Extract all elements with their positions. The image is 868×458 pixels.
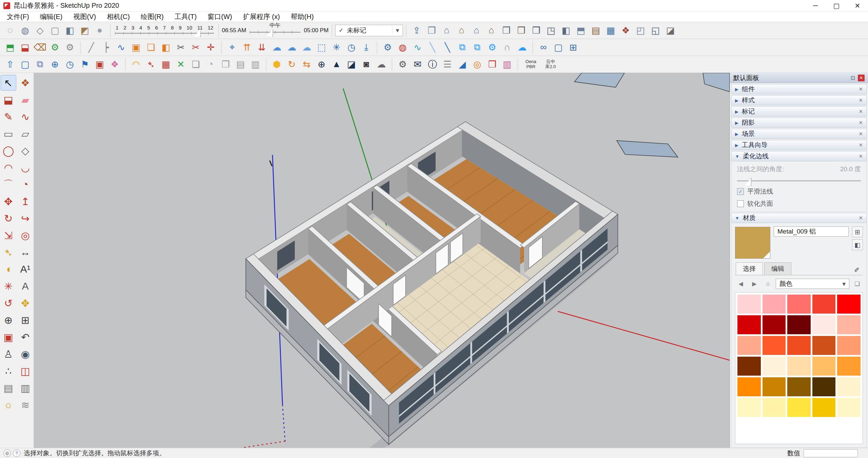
make-component-tool[interactable]: ❖	[18, 75, 33, 91]
forward-button[interactable]: ▶	[749, 279, 760, 289]
offset-tool[interactable]: ◎	[18, 227, 33, 243]
locate-icon[interactable]: ⌖	[225, 40, 239, 55]
minimize-button[interactable]: ─	[805, 0, 826, 11]
screen-icon[interactable]: ▢	[551, 40, 566, 55]
color-swatch[interactable]	[737, 398, 761, 417]
color-swatch[interactable]	[837, 315, 861, 334]
tray-section-header[interactable]: ▶ 样式 ✕	[731, 95, 867, 105]
menu-item[interactable]: 绘图(R)	[135, 12, 169, 22]
cloud-upload-icon[interactable]: ☁	[374, 57, 389, 72]
push-pull-tool[interactable]: ↥	[18, 194, 33, 209]
color-swatch[interactable]	[787, 336, 811, 355]
tape-icon[interactable]: ╱	[84, 40, 99, 55]
text-tool[interactable]: A¹	[18, 261, 33, 277]
photo-icon[interactable]: ◪	[344, 57, 359, 72]
protractor-tool[interactable]: ◖	[1, 261, 16, 277]
home-style-icon[interactable]: ⌂	[469, 23, 484, 38]
flag-icon[interactable]: ⚑	[77, 57, 92, 72]
pink-pattern-icon[interactable]: ❖	[107, 57, 122, 72]
two-point-arc-tool[interactable]: ◡	[18, 160, 33, 175]
cube-dark-icon[interactable]: ❒	[499, 23, 514, 38]
time-slider-track[interactable]: 中午	[250, 29, 301, 35]
frame-corner-icon[interactable]: ◰	[633, 23, 648, 38]
eraser-tool[interactable]: ▰	[18, 92, 33, 107]
panel-grid-icon[interactable]: ◳	[544, 23, 559, 38]
compass-icon[interactable]: ◍	[395, 40, 410, 55]
create-material-button[interactable]: ⊞	[852, 226, 863, 237]
geolocation-icon[interactable]: ◍	[3, 450, 11, 457]
pin-icon[interactable]: ⊡	[851, 75, 855, 81]
circle-tool[interactable]: ◯	[1, 143, 16, 158]
refresh-icon[interactable]: ↻	[284, 57, 299, 72]
plane-icon[interactable]: ▢	[18, 57, 33, 72]
gear-blue-icon[interactable]: ⚙	[485, 40, 500, 55]
measurement-input[interactable]	[804, 449, 858, 457]
panel-top-icon[interactable]: ⬒	[574, 23, 589, 38]
x-ray-icon[interactable]: ◌	[3, 23, 18, 38]
tray-section-header[interactable]: ▶ 标记 ✕	[731, 106, 867, 117]
color-swatch[interactable]	[837, 398, 861, 417]
color-swatch[interactable]	[812, 377, 836, 396]
scale-tool[interactable]: ⇲	[1, 227, 16, 243]
date-slider-thumb[interactable]	[200, 31, 201, 37]
close-button[interactable]: ✕	[847, 0, 868, 11]
pushpull-down-icon[interactable]: ⇊	[254, 40, 269, 55]
color-swatch[interactable]	[737, 336, 761, 355]
time-slider-thumb[interactable]	[272, 29, 273, 37]
color-swatch[interactable]	[787, 295, 811, 314]
add-circle-icon[interactable]: ⊕	[314, 57, 329, 72]
shaded-icon[interactable]: ◧	[62, 23, 77, 38]
sphere-icon[interactable]: ◔	[203, 57, 218, 72]
shaded-textures-icon[interactable]: ◩	[77, 23, 92, 38]
menu-item[interactable]: 文件(F)	[1, 12, 35, 22]
color-swatch[interactable]	[812, 315, 836, 334]
soften-slider-thumb[interactable]	[751, 178, 751, 186]
tag-dropdown[interactable]: ✓ 未标记 ▾	[335, 25, 403, 36]
move-tool[interactable]: ✥	[1, 194, 16, 209]
monochrome-icon[interactable]: ●	[92, 23, 107, 38]
close-icon[interactable]: ✕	[859, 108, 863, 115]
super-pushpull-icon[interactable]: ⇈	[239, 40, 254, 55]
dim-marks-icon[interactable]: ┝	[99, 40, 114, 55]
pan-tool[interactable]: ✥	[18, 295, 33, 311]
in-model-button[interactable]: ❏	[851, 279, 863, 289]
menu-item[interactable]: 帮助(H)	[285, 12, 319, 22]
crate-icon[interactable]: ❒	[218, 57, 233, 72]
suapp-box2-icon[interactable]: ❏	[143, 40, 158, 55]
axes-tool[interactable]: ✳	[1, 278, 16, 294]
layers-stack-icon[interactable]: ⧉	[455, 40, 470, 55]
polygon-tool[interactable]: ◇	[18, 143, 33, 158]
help-icon[interactable]: ?	[13, 450, 20, 457]
collection-dropdown[interactable]: 颜色 ▾	[776, 279, 849, 289]
color-swatch[interactable]	[837, 377, 861, 396]
zoom-tool[interactable]: ⊕	[1, 312, 16, 328]
component-star-icon[interactable]: ❖	[618, 23, 633, 38]
color-swatch[interactable]	[812, 295, 836, 314]
grid-blocks-icon[interactable]: ⊞	[566, 40, 581, 55]
plugin-gear-gray-icon[interactable]: ⚙	[62, 40, 77, 55]
helmet-icon[interactable]: ◠	[129, 57, 143, 72]
maximize-button[interactable]: ▢	[826, 0, 847, 11]
color-swatch[interactable]	[737, 315, 761, 334]
eyedropper-icon[interactable]: ✐	[851, 265, 862, 275]
section-cut-tool[interactable]: ▥	[18, 380, 33, 396]
cloud-copy-icon[interactable]: ☁	[284, 40, 299, 55]
bezier-curve-icon[interactable]: ∿	[114, 40, 129, 55]
gear-burst-icon[interactable]: ✳	[329, 40, 344, 55]
color-swatch[interactable]	[837, 295, 861, 314]
soften-edges-header[interactable]: ▼ 柔化边线 ✕	[731, 151, 867, 161]
pbr-plugin-button[interactable]: Oena PBR	[521, 57, 541, 72]
color-swatch[interactable]	[812, 357, 836, 376]
curve-teal-icon[interactable]: ∿	[410, 40, 425, 55]
dimension-tool[interactable]: ↔	[18, 244, 33, 260]
smooth-normals-checkbox[interactable]: ✓	[737, 188, 744, 195]
close-icon[interactable]: ✕	[859, 215, 863, 221]
freehand-tool[interactable]: ∿	[18, 109, 33, 124]
menu-item[interactable]: 编辑(E)	[35, 12, 68, 22]
shadow-date-slider[interactable]: 123456789101112	[114, 24, 215, 37]
component-box-icon[interactable]: ❒	[424, 23, 439, 38]
frame-corner2-icon[interactable]: ◱	[648, 23, 663, 38]
texture-lines-icon[interactable]: ▤	[589, 23, 603, 38]
color-swatch[interactable]	[763, 336, 786, 355]
magnet-icon[interactable]: ∩	[500, 40, 515, 55]
